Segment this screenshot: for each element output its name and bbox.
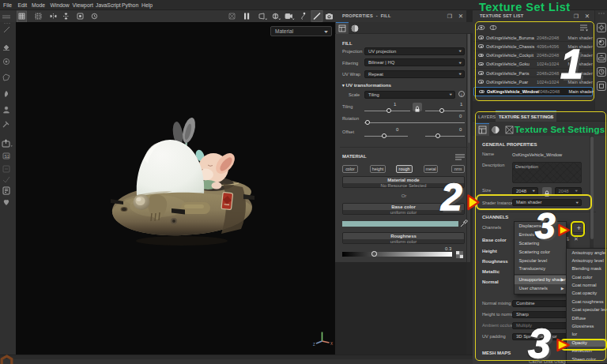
svg-text:Z: Z [313,343,315,347]
svg-text:S1: S1 [5,154,9,159]
svg-text:X: X [330,342,333,346]
